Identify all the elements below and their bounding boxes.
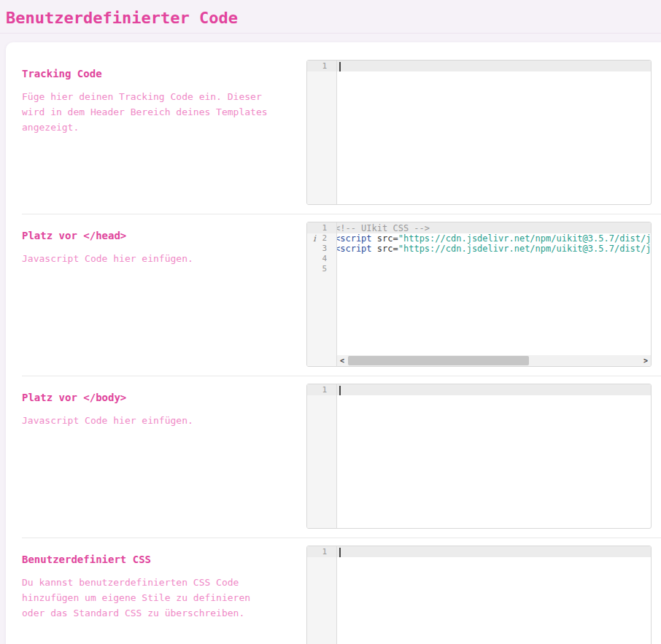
- code-token-attr: src: [377, 233, 393, 244]
- code-token-plain: =: [393, 233, 398, 244]
- section-text-column: Tracking Code Füge hier deinen Tracking …: [6, 60, 306, 205]
- code-area[interactable]: <!-- UIkit CSS --><script src="https://c…: [337, 222, 651, 366]
- section-editor-column: 12345<!-- UIkit CSS --><script src="http…: [306, 222, 652, 367]
- line-number: 5: [307, 264, 336, 274]
- lint-info-marker: i: [311, 233, 318, 244]
- code-lines: [339, 547, 651, 557]
- code-token-attr: src: [377, 244, 393, 254]
- section-text-column: Benutzerdefiniert CSS Du kannst benutzer…: [6, 546, 306, 644]
- line-number-gutter: 1: [307, 61, 336, 204]
- code-editor-tracking[interactable]: 1: [306, 60, 652, 205]
- section-custom-css: Benutzerdefiniert CSS Du kannst benutzer…: [6, 538, 661, 644]
- code-token-tag: <script: [337, 244, 372, 254]
- code-lines: [339, 385, 651, 395]
- code-token-tag: <script: [337, 233, 372, 244]
- code-area[interactable]: [337, 384, 651, 528]
- code-token-plain: =: [393, 244, 398, 254]
- code-editor-before-body[interactable]: 1: [306, 384, 652, 529]
- code-line: <!-- UIkit CSS -->: [337, 223, 651, 233]
- section-description: Du kannst benutzerdefinierten CSS Code h…: [22, 575, 273, 621]
- code-editor-custom-css[interactable]: 1: [306, 546, 652, 644]
- section-text-column: Platz vor </body> Javascript Code hier e…: [6, 384, 306, 529]
- code-area[interactable]: [337, 546, 651, 644]
- text-cursor: [339, 548, 341, 557]
- section-description: Javascript Code hier einfügen.: [22, 251, 273, 266]
- code-line: [339, 547, 651, 557]
- section-text-column: Platz vor </head> Javascript Code hier e…: [6, 222, 306, 367]
- section-before-body: Platz vor </body> Javascript Code hier e…: [6, 376, 661, 538]
- code-line: [337, 264, 651, 274]
- section-description: Füge hier deinen Tracking Code ein. Dies…: [22, 89, 273, 135]
- code-line: [339, 61, 651, 71]
- line-number: 3: [307, 244, 336, 254]
- text-cursor: [339, 386, 341, 395]
- section-editor-column: 1: [306, 546, 652, 644]
- code-lines: [339, 61, 651, 71]
- section-heading: Benutzerdefiniert CSS: [22, 554, 273, 565]
- line-number: 1: [307, 547, 336, 557]
- code-token-plain: [372, 233, 377, 244]
- scrollbar-thumb[interactable]: [348, 356, 529, 365]
- horizontal-scrollbar[interactable]: <>: [337, 355, 651, 366]
- section-editor-column: 1: [306, 60, 652, 205]
- scrollbar-track[interactable]: [347, 355, 641, 366]
- page-header: Benutzerdefinierter Code: [0, 0, 661, 34]
- line-number: 1: [307, 385, 336, 395]
- scroll-left-arrow-icon[interactable]: <: [337, 355, 347, 366]
- section-editor-column: 1: [306, 384, 652, 529]
- code-line: [339, 385, 651, 395]
- code-token-string: "https://cdn.jsdelivr.net/npm/uikit@3.5.…: [398, 244, 651, 254]
- section-before-head: Platz vor </head> Javascript Code hier e…: [6, 214, 661, 376]
- section-heading: Tracking Code: [22, 68, 273, 79]
- line-number: 4: [307, 254, 336, 264]
- code-line: <script src="https://cdn.jsdelivr.net/np…: [337, 233, 651, 244]
- code-token-comment: <!-- UIkit CSS -->: [337, 223, 430, 233]
- code-area[interactable]: [337, 61, 651, 204]
- line-number: 1: [307, 61, 336, 71]
- custom-code-card: Tracking Code Füge hier deinen Tracking …: [6, 42, 661, 644]
- section-heading: Platz vor </body>: [22, 392, 273, 403]
- section-description: Javascript Code hier einfügen.: [22, 413, 273, 428]
- code-token-string: "https://cdn.jsdelivr.net/npm/uikit@3.5.…: [398, 233, 651, 244]
- code-token-plain: [372, 244, 377, 254]
- line-number-gutter: 1: [307, 546, 336, 644]
- line-number-gutter: 12345: [307, 222, 336, 366]
- scroll-right-arrow-icon[interactable]: >: [641, 355, 651, 366]
- code-editor-before-head[interactable]: 12345<!-- UIkit CSS --><script src="http…: [306, 222, 652, 367]
- section-heading: Platz vor </head>: [22, 230, 273, 241]
- page-title: Benutzerdefinierter Code: [6, 9, 655, 28]
- section-tracking-code: Tracking Code Füge hier deinen Tracking …: [6, 42, 661, 214]
- code-line: <script src="https://cdn.jsdelivr.net/np…: [337, 244, 651, 254]
- text-cursor: [339, 62, 341, 71]
- line-number-gutter: 1: [307, 384, 336, 528]
- line-number: 1: [307, 223, 336, 233]
- code-lines: <!-- UIkit CSS --><script src="https://c…: [337, 223, 651, 274]
- code-line: [337, 254, 651, 264]
